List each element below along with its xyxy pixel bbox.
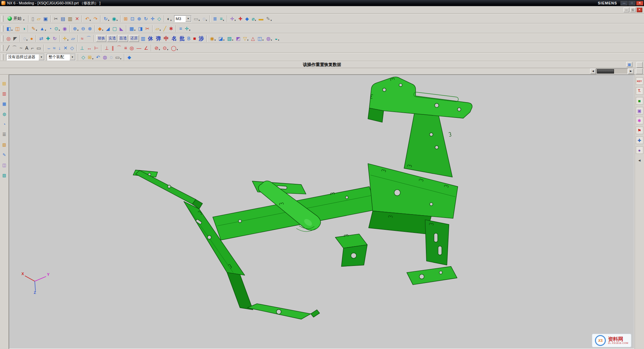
redo-icon[interactable]: ↷ (92, 15, 99, 23)
menu-edit[interactable] (5, 9, 10, 11)
delete-icon[interactable]: ✕ (74, 15, 80, 23)
history-clock-icon[interactable]: ◔ (1, 121, 7, 127)
datum-csys-icon[interactable]: ✛▾ (229, 15, 237, 23)
start-button[interactable]: 开始 ▾ (5, 15, 27, 23)
bn-icon[interactable]: B (186, 34, 191, 43)
zhong-charbtn[interactable]: 中 (162, 34, 170, 43)
close-button[interactable]: ✕ (636, 1, 643, 5)
text-icon[interactable]: A (24, 44, 30, 52)
intersect-icon[interactable]: ⊗ (87, 25, 93, 33)
display-mode-icon[interactable]: ◑ (21, 25, 27, 33)
pi-charbtn[interactable]: 批 (178, 34, 186, 43)
selection-ball-icon[interactable]: ◎ (5, 34, 12, 43)
menu-analysis[interactable] (39, 9, 44, 11)
measure-distance-icon[interactable]: ⌀▾ (250, 15, 257, 23)
perspective-icon[interactable]: ◇ (156, 15, 163, 23)
cut-icon[interactable]: ✂ (52, 15, 59, 23)
chamfer-icon[interactable]: ◢ (105, 25, 111, 33)
radius-dim-icon[interactable]: ⊙▾ (162, 44, 170, 52)
boss-icon[interactable]: ◉ (61, 25, 68, 33)
minimize-button[interactable]: — (620, 1, 628, 5)
child-close-button[interactable]: ✕ (637, 7, 642, 12)
toolbar-grip[interactable] (2, 16, 3, 22)
xiu-charbtn[interactable]: 休 (147, 34, 154, 43)
annotation-icon[interactable]: ✎▾ (265, 15, 273, 23)
globe-icon[interactable]: ◍ (1, 111, 7, 117)
repeat-command-icon[interactable]: ↻▾ (102, 15, 110, 23)
part-3d-model[interactable] (9, 75, 634, 349)
perpendicular-icon[interactable]: ⊥ (103, 44, 110, 52)
layer-settings-icon[interactable]: ≣ (212, 15, 218, 23)
clip-icon[interactable]: ▥ (1, 90, 7, 97)
concentric-icon[interactable]: ◎ (128, 44, 135, 52)
dimension-icon[interactable]: ↔ (86, 44, 93, 52)
point-set-icon[interactable]: ✱ (168, 25, 174, 33)
palette-icon[interactable]: ▧ (1, 141, 7, 148)
t-ruler-icon[interactable]: T. (636, 87, 643, 95)
panel-set-icon[interactable]: ◫▾ (256, 34, 265, 43)
equal-length-icon[interactable]: ≡ (123, 44, 128, 52)
object-info-icon[interactable]: ◆ (244, 15, 250, 23)
blue-plus-icon[interactable]: ✚ (636, 137, 643, 144)
plane-icon[interactable]: ▱ (70, 34, 76, 43)
immediate-hide-icon[interactable]: ● (29, 34, 34, 43)
perimeter-dim-icon[interactable]: ◯▾ (170, 44, 179, 52)
toolbar-grip[interactable] (2, 26, 3, 32)
replace-toggle[interactable]: 替换 (96, 35, 106, 42)
diameter-dim-icon[interactable]: ⊘▾ (153, 44, 161, 52)
paste-icon[interactable]: ▥ (66, 15, 74, 23)
open-folder-icon[interactable]: ▱ (35, 15, 42, 23)
lasso-icon[interactable]: ◌ (108, 53, 114, 61)
expressions-icon[interactable]: ≡ (178, 25, 183, 33)
open-in-window-icon[interactable]: ⊞▾ (87, 53, 95, 61)
window-cascade-icon[interactable]: ◫ (14, 25, 21, 33)
pattern-feature-icon[interactable]: ▦▾ (128, 25, 137, 33)
edge-blend-icon[interactable]: ◆▾ (97, 25, 105, 33)
wireframe-mode-icon[interactable]: ◌▾ (201, 15, 208, 23)
green-cube-icon[interactable]: ■ (636, 97, 643, 105)
spline-icon[interactable]: ~ (18, 44, 24, 52)
extrude-icon[interactable]: ▲▾ (39, 25, 47, 33)
draft-icon[interactable]: ◣ (118, 25, 125, 33)
molecule-icon[interactable]: ✱ (636, 117, 643, 124)
zoom-icon[interactable]: ⊕ (136, 15, 143, 23)
menu-et2008[interactable] (58, 9, 63, 11)
subtract-icon[interactable]: ⊖ (80, 25, 87, 33)
ming-charbtn[interactable]: 名 (170, 34, 178, 43)
combo-dropdown-icon[interactable]: ▼ (39, 54, 44, 60)
rectangle-icon[interactable]: ▭ (35, 44, 42, 52)
scroll-left-button[interactable]: ◀ (590, 69, 596, 74)
visible-layers-icon[interactable]: ≡▾ (218, 15, 226, 23)
trim-body-icon[interactable]: ✂ (144, 25, 151, 33)
undo-icon[interactable]: ↶▾ (84, 15, 92, 23)
blinds-icon[interactable]: ▥ (139, 34, 147, 43)
datum-plane-icon[interactable]: ▱▾ (154, 25, 162, 33)
scrollbar-track[interactable] (596, 68, 628, 74)
project-curve-icon[interactable]: ↓ (57, 44, 62, 52)
line-icon[interactable]: ╱ (5, 44, 11, 52)
shield-icon[interactable]: ◆ (126, 53, 133, 61)
revolve-icon[interactable]: ◔ (47, 25, 53, 33)
combo-dropdown-icon[interactable]: ▼ (185, 16, 191, 22)
transform-icon[interactable]: ⇄ (38, 34, 45, 43)
rotate-object-icon[interactable]: ↻ (51, 34, 58, 43)
warn-triangle-icon[interactable]: △ (250, 34, 256, 43)
pencil-dock-icon[interactable]: ✎ (1, 152, 7, 158)
arc-icon[interactable]: ⌒ (11, 44, 18, 52)
toolbar-grip[interactable] (2, 54, 3, 60)
background-swatch-icon[interactable]: ▭▾ (193, 15, 201, 23)
intersection-curve-icon[interactable]: ✕ (62, 44, 69, 52)
copy-icon[interactable]: ▤ (59, 15, 66, 23)
wcs-dynamics-icon[interactable]: ✛▾ (62, 34, 70, 43)
key-icon[interactable]: KEY (636, 77, 643, 85)
auto-dimension-icon[interactable]: ⊢ (93, 44, 100, 52)
menu-view[interactable] (10, 9, 15, 11)
scroll-right-button[interactable]: ▶ (628, 69, 634, 74)
people-icon[interactable]: ◫ (1, 162, 7, 168)
offset-curve-icon[interactable]: ≈ (52, 44, 57, 52)
selection-filter-combo[interactable]: 没有选择过滤器 ▼ (6, 54, 45, 61)
parallel-icon[interactable]: ∥ (110, 44, 115, 52)
selection-scope-combo[interactable]: 整个装配 ▼ (47, 54, 76, 61)
horizontal-icon[interactable]: ― (135, 44, 143, 52)
prompt-pane-icon[interactable]: ▦ (626, 62, 632, 67)
